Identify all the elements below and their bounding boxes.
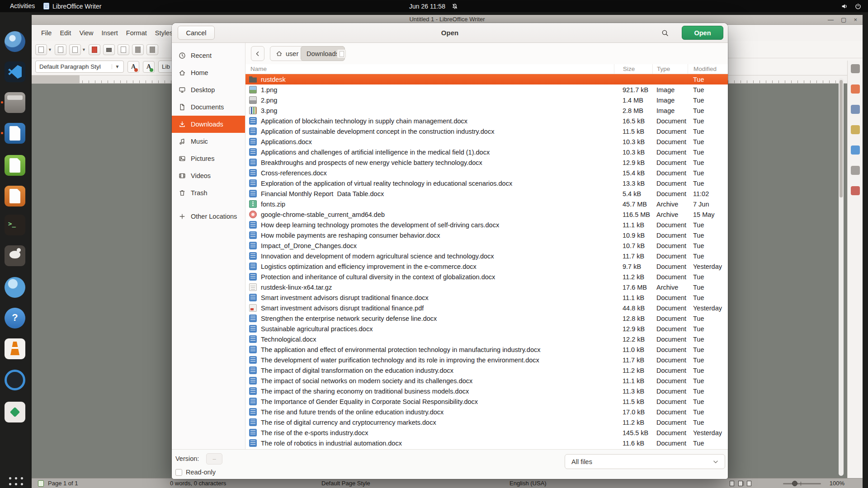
- table-row[interactable]: The impact of digital transformation on …: [245, 365, 728, 375]
- table-row[interactable]: Strengthen the enterprise network securi…: [245, 313, 728, 324]
- cancel-button[interactable]: Cancel: [178, 26, 215, 40]
- sidebar-item-trash[interactable]: Trash: [172, 184, 245, 202]
- copy-icon[interactable]: [146, 44, 158, 55]
- language-status[interactable]: English (USA): [509, 479, 547, 488]
- location-entry-button[interactable]: [337, 49, 346, 58]
- dock-item-chromium-browser[interactable]: [5, 31, 25, 52]
- cut-icon[interactable]: [132, 44, 144, 55]
- table-row[interactable]: Smart investment advisors disrupt tradit…: [245, 303, 728, 313]
- deck-icon-6[interactable]: [851, 186, 860, 195]
- open-document-icon[interactable]: [55, 44, 66, 55]
- table-row[interactable]: The Importance of Gender Equality in Cor…: [245, 396, 728, 407]
- focused-app-menu[interactable]: LibreOffice Writer: [43, 0, 101, 12]
- table-row[interactable]: Logistics optimization and efficiency im…: [245, 261, 728, 272]
- dock-item-file-manager[interactable]: [5, 92, 25, 113]
- table-row[interactable]: rustdeskTue: [245, 74, 728, 84]
- system-tray[interactable]: [841, 0, 862, 12]
- table-row[interactable]: The impact of the sharing economy on tra…: [245, 386, 728, 396]
- minimize-button[interactable]: —: [828, 15, 834, 24]
- deck-icon-0[interactable]: [851, 64, 860, 73]
- table-row[interactable]: The role of robotics in industrial autom…: [245, 438, 728, 448]
- sidebar-item-documents[interactable]: Documents: [172, 99, 245, 116]
- deck-icon-1[interactable]: [851, 84, 860, 94]
- view-layout-buttons[interactable]: [730, 481, 751, 486]
- dock-item-remote-desktop[interactable]: [5, 277, 25, 298]
- sidebar-item-other-locations[interactable]: Other Locations: [172, 208, 245, 225]
- writer-vertical-scrollbar[interactable]: [839, 78, 844, 476]
- table-row[interactable]: Smart investment advisors disrupt tradit…: [245, 292, 728, 303]
- table-row[interactable]: How mobile payments are reshaping consum…: [245, 230, 728, 240]
- menu-format[interactable]: Format: [122, 29, 151, 37]
- page-style-status[interactable]: Default Page Style: [321, 479, 370, 488]
- open-button[interactable]: Open: [682, 26, 723, 40]
- close-button[interactable]: ×: [854, 15, 857, 24]
- readonly-checkbox[interactable]: Read-only: [175, 469, 216, 476]
- table-row[interactable]: Applications and challenges of artificia…: [245, 147, 728, 157]
- table-row[interactable]: Cross-references.docx15.4 kBDocumentTue: [245, 168, 728, 178]
- menu-edit[interactable]: Edit: [56, 29, 75, 37]
- dock-item-software-store[interactable]: [5, 402, 25, 422]
- deck-icon-4[interactable]: [851, 145, 860, 155]
- font-name-combobox[interactable]: Lib: [158, 61, 174, 73]
- table-row[interactable]: How deep learning technology promotes th…: [245, 220, 728, 230]
- table-row[interactable]: Breakthroughs and prospects of new energ…: [245, 157, 728, 168]
- new-style-icon[interactable]: A: [143, 61, 155, 73]
- zoom-slider[interactable]: [783, 483, 821, 484]
- sidebar-item-videos[interactable]: Videos: [172, 167, 245, 184]
- dock-item-gimp[interactable]: [5, 245, 25, 266]
- breadcrumb-home[interactable]: user: [270, 46, 304, 61]
- sidebar-item-home[interactable]: Home: [172, 64, 245, 81]
- search-button[interactable]: [657, 26, 673, 40]
- table-row[interactable]: Protection and inheritance of cultural d…: [245, 272, 728, 282]
- file-type-filter[interactable]: All files: [565, 454, 725, 469]
- dock-item-terminal[interactable]: [5, 215, 25, 235]
- clone-formatting-icon[interactable]: A: [127, 61, 139, 73]
- activities-button[interactable]: Activities: [7, 0, 38, 12]
- column-header-size[interactable]: Size: [614, 64, 652, 74]
- menu-file[interactable]: File: [37, 29, 56, 37]
- save-icon[interactable]: [69, 44, 81, 55]
- table-row[interactable]: fonts.zip45.7 MBArchive7 Jun: [245, 199, 728, 209]
- table-row[interactable]: Innovation and development of modern agr…: [245, 251, 728, 261]
- deck-icon-5[interactable]: [851, 166, 860, 175]
- dock-item-visual-studio-code[interactable]: [5, 61, 25, 82]
- sidebar-item-desktop[interactable]: Desktop: [172, 81, 245, 99]
- table-row[interactable]: The application and effect of environmen…: [245, 344, 728, 355]
- table-row[interactable]: Technological.docx12.2 kBDocumentTue: [245, 334, 728, 344]
- table-row[interactable]: rustdesk-linux-x64.tar.gz17.6 MBArchiveT…: [245, 282, 728, 292]
- table-row[interactable]: The impact of social networks on modern …: [245, 375, 728, 386]
- dock-item-vlc-player[interactable]: [5, 338, 25, 359]
- table-row[interactable]: Exploration of the application of virtua…: [245, 178, 728, 188]
- print-icon[interactable]: [103, 44, 115, 55]
- paragraph-style-combobox[interactable]: Default Paragraph Styl ▼: [35, 61, 124, 73]
- new-document-icon[interactable]: [35, 44, 47, 55]
- clock-menu[interactable]: Jun 26 11:58: [409, 0, 458, 12]
- table-row[interactable]: Applications.docx10.3 kBDocumentTue: [245, 136, 728, 147]
- sidebar-item-recent[interactable]: Recent: [172, 47, 245, 64]
- table-row[interactable]: Sustainable agricultural practices.docx1…: [245, 324, 728, 334]
- sidebar-item-music[interactable]: Music: [172, 133, 245, 150]
- word-count-status[interactable]: 0 words, 0 characters: [170, 479, 226, 488]
- show-applications-button[interactable]: [7, 475, 23, 488]
- version-combobox[interactable]: –: [206, 453, 222, 465]
- deck-icon-2[interactable]: [851, 105, 860, 114]
- dock-item-help-viewer[interactable]: [5, 308, 25, 328]
- sidebar-item-downloads[interactable]: Downloads: [172, 116, 245, 133]
- print-preview-icon[interactable]: [118, 44, 129, 55]
- table-row[interactable]: 3.png2.8 MBImageTue: [245, 105, 728, 116]
- dock-item-libreoffice-calc[interactable]: [5, 155, 25, 176]
- dock-item-libreoffice-writer[interactable]: [5, 123, 25, 144]
- table-row[interactable]: The development of water purification te…: [245, 355, 728, 365]
- deck-icon-3[interactable]: [851, 125, 860, 134]
- restore-button[interactable]: ▢: [841, 15, 846, 24]
- table-row[interactable]: The rise and future trends of the online…: [245, 407, 728, 417]
- menu-insert[interactable]: Insert: [98, 29, 122, 37]
- export-pdf-icon[interactable]: [89, 44, 100, 55]
- table-row[interactable]: The rise of the e-sports industry.docx14…: [245, 427, 728, 438]
- table-row[interactable]: 1.png921.7 kBImageTue: [245, 84, 728, 95]
- menu-view[interactable]: View: [75, 29, 97, 37]
- dock-item-dev-tool[interactable]: [5, 370, 25, 390]
- zoom-level[interactable]: 100%: [830, 479, 844, 488]
- table-row[interactable]: Application of sustainable development c…: [245, 126, 728, 136]
- table-row[interactable]: 2.png1.4 MBImageTue: [245, 95, 728, 105]
